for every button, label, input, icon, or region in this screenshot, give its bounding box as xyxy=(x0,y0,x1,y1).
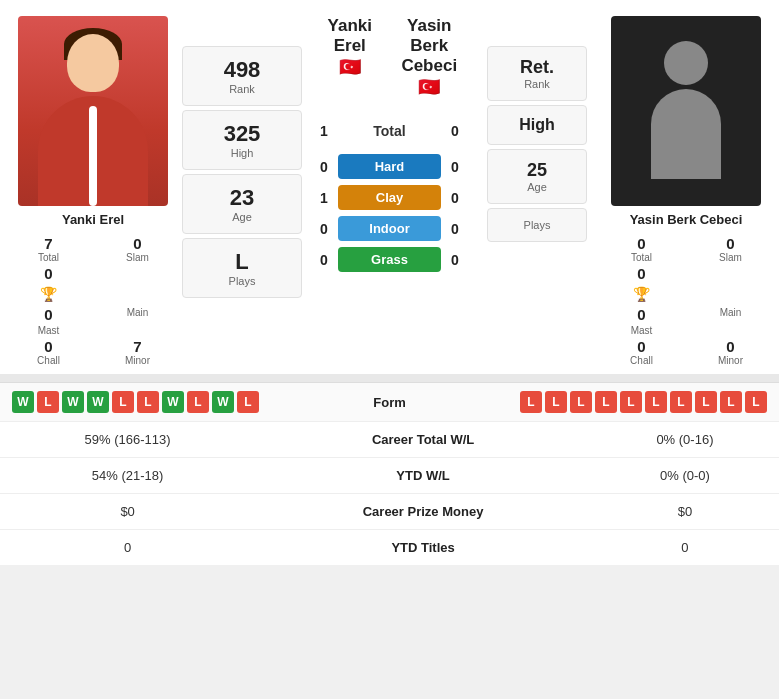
form-section: WLWWLLWLWL Form LLLLLLLLLL xyxy=(0,382,779,421)
left-high-lbl: High xyxy=(191,147,293,159)
left-player-card: Yanki Erel 7 Total 0 Slam 0 🏆 0 Mast xyxy=(8,16,178,366)
left-form-badge: L xyxy=(237,391,259,413)
left-chall-value: 0 xyxy=(44,338,52,355)
right-player-name: Yasin Berk Cebeci xyxy=(630,212,743,227)
left-form-badge: L xyxy=(37,391,59,413)
right-main-label: Main xyxy=(720,307,742,318)
indoor-left: 0 xyxy=(310,221,338,237)
left-form-badge: L xyxy=(137,391,159,413)
right-mast-label: Mast xyxy=(631,325,653,336)
total-left: 1 xyxy=(310,123,338,139)
left-form-badge: W xyxy=(62,391,84,413)
table-left-val: 54% (21-18) xyxy=(0,458,255,494)
table-row: 0 YTD Titles 0 xyxy=(0,530,779,566)
table-center-label: YTD W/L xyxy=(255,458,591,494)
left-form-badge: W xyxy=(12,391,34,413)
table-left-val: 0 xyxy=(0,530,255,566)
right-player-name-top2: Yasin Berk Cebeci xyxy=(390,16,470,76)
clay-label: Clay xyxy=(338,185,441,210)
right-form-badge: L xyxy=(520,391,542,413)
right-player-stats: 0 Total 0 Slam 0 🏆 0 Mast Mai xyxy=(601,235,771,366)
right-high-box: High xyxy=(487,105,587,145)
clay-left: 1 xyxy=(310,190,338,206)
right-plays-lbl: Plays xyxy=(524,219,551,231)
right-age-lbl: Age xyxy=(527,181,547,193)
right-form-badges: LLLLLLLLLL xyxy=(450,391,768,413)
clay-right: 0 xyxy=(441,190,469,206)
left-main-label: Main xyxy=(127,307,149,318)
right-high-num: High xyxy=(519,116,555,134)
left-form-badges: WLWWLLWLWL xyxy=(12,391,330,413)
left-main-value: 0 xyxy=(44,306,52,323)
hard-left: 0 xyxy=(310,159,338,175)
table-right-val: 0 xyxy=(591,530,779,566)
table-row: 54% (21-18) YTD W/L 0% (0-0) xyxy=(0,458,779,494)
right-form-badge: L xyxy=(695,391,717,413)
hard-right: 0 xyxy=(441,159,469,175)
total-right: 0 xyxy=(441,123,469,139)
right-form-badge: L xyxy=(620,391,642,413)
right-slam-value: 0 xyxy=(726,235,734,252)
left-plays-box: L Plays xyxy=(182,238,302,298)
table-left-val: 59% (166-113) xyxy=(0,422,255,458)
left-form-badge: W xyxy=(162,391,184,413)
left-mast-label: Mast xyxy=(38,325,60,336)
silhouette-body xyxy=(651,89,721,179)
left-rank-box: 498 Rank xyxy=(182,46,302,106)
left-high-box: 325 High xyxy=(182,110,302,170)
right-age-box: 25 Age xyxy=(487,149,587,204)
left-age-lbl: Age xyxy=(191,211,293,223)
right-rank-num: Ret. xyxy=(520,57,554,78)
left-trophy-icon: 🏆 xyxy=(40,286,57,302)
left-center-stats: 498 Rank 325 High 23 Age L Plays xyxy=(182,16,302,366)
left-minor-value: 7 xyxy=(133,338,141,355)
left-high-num: 325 xyxy=(191,121,293,147)
right-chall-value: 0 xyxy=(637,338,645,355)
right-mast-value: 0 xyxy=(637,265,645,282)
table-right-val: 0% (0-16) xyxy=(591,422,779,458)
right-form-badge: L xyxy=(670,391,692,413)
indoor-label: Indoor xyxy=(338,216,441,241)
left-total-label: Total xyxy=(38,252,59,263)
right-center-stats: Ret. Rank High 25 Age Plays xyxy=(477,16,597,366)
left-mast-value: 0 xyxy=(44,265,52,282)
table-row: $0 Career Prize Money $0 xyxy=(0,494,779,530)
total-label: Total xyxy=(338,118,441,144)
right-form-badge: L xyxy=(570,391,592,413)
right-form-badge: L xyxy=(595,391,617,413)
right-plays-box: Plays xyxy=(487,208,587,242)
left-form-badge: W xyxy=(87,391,109,413)
right-player-card: Yasin Berk Cebeci 0 Total 0 Slam 0 🏆 0 M xyxy=(601,16,771,366)
right-rank-lbl: Rank xyxy=(524,78,550,90)
stats-table: 59% (166-113) Career Total W/L 0% (0-16)… xyxy=(0,421,779,565)
right-minor-label: Minor xyxy=(718,355,743,366)
grass-label: Grass xyxy=(338,247,441,272)
left-plays-num: L xyxy=(191,249,293,275)
left-player-stats: 7 Total 0 Slam 0 🏆 0 Mast Mai xyxy=(8,235,178,366)
total-row: 1 Total 0 xyxy=(310,118,469,144)
table-center-label: Career Total W/L xyxy=(255,422,591,458)
grass-right: 0 xyxy=(441,252,469,268)
right-chall-label: Chall xyxy=(630,355,653,366)
right-flag2: 🇹🇷 xyxy=(390,76,470,98)
table-left-val: $0 xyxy=(0,494,255,530)
left-chall-label: Chall xyxy=(37,355,60,366)
left-rank-num: 498 xyxy=(191,57,293,83)
left-slam-label: Slam xyxy=(126,252,149,263)
right-minor-value: 0 xyxy=(726,338,734,355)
grass-left: 0 xyxy=(310,252,338,268)
table-center-label: YTD Titles xyxy=(255,530,591,566)
grass-row: 0 Grass 0 xyxy=(310,247,469,272)
right-form-badge: L xyxy=(745,391,767,413)
left-player-name: Yanki Erel xyxy=(62,212,124,227)
surface-rows: 1 Total 0 0 Hard 0 1 Clay 0 0 xyxy=(310,114,469,278)
right-player-photo xyxy=(611,16,761,206)
left-form-badge: L xyxy=(112,391,134,413)
silhouette xyxy=(641,41,731,181)
left-minor-label: Minor xyxy=(125,355,150,366)
indoor-right: 0 xyxy=(441,221,469,237)
right-form-badge: L xyxy=(720,391,742,413)
left-player-photo xyxy=(18,16,168,206)
right-total-value: 0 xyxy=(637,235,645,252)
left-total-value: 7 xyxy=(44,235,52,252)
